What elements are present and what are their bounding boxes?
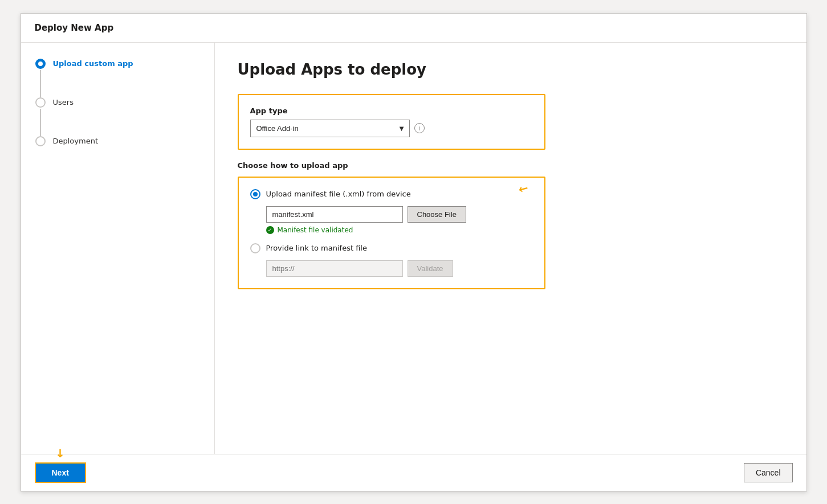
radio-provide-link[interactable]: [250, 243, 260, 253]
step-dot-2: [35, 97, 46, 108]
footer-left: ↓ Next: [35, 462, 86, 483]
upload-options-box: ↙ Upload manifest file (.xml) from devic…: [238, 177, 545, 289]
next-btn-wrap: ↓ Next: [35, 462, 86, 483]
step-item-deployment: Deployment: [35, 136, 201, 146]
step-connector-1: [35, 59, 46, 97]
arrow-annotation-next: ↓: [55, 446, 65, 460]
link-input-row: Validate: [266, 260, 533, 277]
step-line-1: [40, 70, 41, 97]
page-title: Upload Apps to deploy: [238, 61, 784, 78]
radio-option-2[interactable]: Provide link to manifest file: [250, 243, 533, 253]
file-input-row: Choose File: [266, 206, 533, 223]
app-type-select-row: Office Add-in Teams App SharePoint App ▼…: [250, 120, 533, 137]
main-content: Upload Apps to deploy App type Office Ad…: [215, 43, 806, 454]
modal-footer: ↓ Next Cancel: [21, 454, 806, 491]
validate-button[interactable]: Validate: [408, 260, 453, 277]
check-circle-icon: [266, 226, 274, 234]
radio-upload-manifest[interactable]: [250, 189, 260, 199]
step-list: Upload custom app Users Deployment: [35, 59, 201, 146]
radio-label-1: Upload manifest file (.xml) from device: [266, 190, 411, 198]
step-item-upload: Upload custom app: [35, 59, 201, 97]
app-type-select[interactable]: Office Add-in Teams App SharePoint App: [250, 120, 410, 137]
step-label-upload: Upload custom app: [53, 59, 133, 68]
step-connector-3: [35, 136, 46, 146]
validated-message: Manifest file validated: [266, 226, 533, 234]
modal-body: Upload custom app Users Deployment: [21, 43, 806, 454]
step-item-users: Users: [35, 97, 201, 136]
validated-text: Manifest file validated: [278, 226, 353, 234]
modal-container: Deploy New App Upload custom app: [21, 13, 807, 491]
app-type-label: App type: [250, 106, 533, 115]
radio-option-1[interactable]: Upload manifest file (.xml) from device: [250, 189, 533, 199]
step-dot-1: [35, 59, 46, 69]
step-dot-3: [35, 136, 46, 146]
sidebar: Upload custom app Users Deployment: [21, 43, 215, 454]
link-url-input[interactable]: [266, 260, 403, 277]
app-type-section: App type Office Add-in Teams App SharePo…: [238, 94, 545, 150]
next-button[interactable]: Next: [35, 462, 86, 483]
step-label-users: Users: [53, 97, 74, 106]
cancel-button[interactable]: Cancel: [744, 463, 793, 482]
step-line-2: [40, 109, 41, 136]
radio-label-2: Provide link to manifest file: [266, 244, 367, 252]
upload-section-label: Choose how to upload app: [238, 161, 784, 170]
info-icon[interactable]: i: [414, 123, 425, 133]
app-type-select-wrapper[interactable]: Office Add-in Teams App SharePoint App ▼: [250, 120, 410, 137]
modal-title: Deploy New App: [35, 23, 114, 33]
modal-header: Deploy New App: [21, 14, 806, 43]
step-label-deployment: Deployment: [53, 136, 99, 145]
choose-file-button[interactable]: Choose File: [408, 206, 466, 223]
file-name-input[interactable]: [266, 206, 403, 223]
step-connector-2: [35, 97, 46, 136]
